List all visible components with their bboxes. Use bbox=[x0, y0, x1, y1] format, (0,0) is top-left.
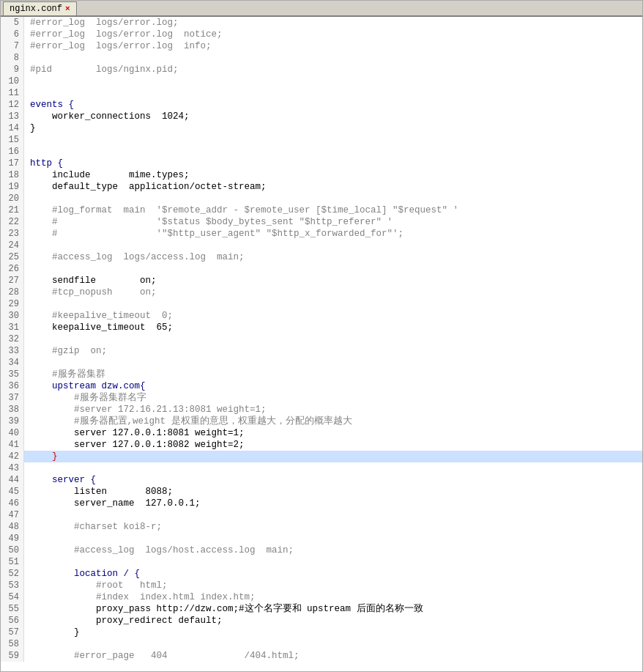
line-row: 47 bbox=[1, 509, 642, 521]
line-row: 46 server_name 127.0.0.1; bbox=[1, 498, 642, 509]
line-content bbox=[24, 638, 30, 650]
line-content: #服务器配置,weight 是权重的意思，权重越大，分配的概率越大 bbox=[24, 416, 352, 427]
line-row: 44 server { bbox=[1, 474, 642, 486]
line-number: 27 bbox=[1, 275, 24, 287]
line-content: #access_log logs/access.log main; bbox=[24, 251, 245, 263]
line-row: 42 } bbox=[1, 451, 642, 462]
tab-close-button[interactable]: × bbox=[65, 4, 70, 13]
line-content: proxy_redirect default; bbox=[24, 615, 223, 627]
line-row: 22 # '$status $body_bytes_sent "$http_re… bbox=[1, 216, 642, 228]
line-row: 59 #error_page 404 /404.html; bbox=[1, 650, 642, 662]
line-row: 32 bbox=[1, 333, 642, 345]
line-number: 47 bbox=[1, 509, 24, 521]
line-content: #pid logs/nginx.pid; bbox=[24, 64, 179, 75]
line-row: 35 #服务器集群 bbox=[1, 369, 642, 380]
line-row: 50 #access_log logs/host.access.log main… bbox=[1, 544, 642, 556]
line-content: # '$status $body_bytes_sent "$http_refer… bbox=[24, 216, 393, 228]
line-number: 37 bbox=[1, 392, 24, 404]
line-row: 21 #log_format main '$remote_addr - $rem… bbox=[1, 204, 642, 216]
line-row: 16 bbox=[1, 146, 642, 158]
line-content bbox=[24, 533, 30, 544]
line-content: server { bbox=[24, 474, 96, 486]
line-content: location / { bbox=[24, 568, 140, 580]
line-row: 52 location / { bbox=[1, 568, 642, 580]
line-number: 29 bbox=[1, 298, 24, 310]
line-row: 40 server 127.0.0.1:8081 weight=1; bbox=[1, 427, 642, 439]
line-number: 14 bbox=[1, 122, 24, 134]
line-row: 45 listen 8088; bbox=[1, 486, 642, 498]
line-number: 5 bbox=[1, 17, 24, 29]
line-content: #error_log logs/error.log; bbox=[24, 17, 179, 29]
line-row: 17http { bbox=[1, 158, 642, 169]
file-tab[interactable]: nginx.conf × bbox=[3, 1, 77, 15]
line-content: #root html; bbox=[24, 580, 168, 591]
line-number: 7 bbox=[1, 40, 24, 52]
line-number: 32 bbox=[1, 333, 24, 345]
line-content: #tcp_nopush on; bbox=[24, 287, 157, 298]
line-content: worker_connections 1024; bbox=[24, 111, 190, 122]
line-number: 45 bbox=[1, 486, 24, 498]
line-content: listen 8088; bbox=[24, 486, 173, 498]
line-content: proxy_pass http://dzw.com;#这个名字要和 upstre… bbox=[24, 603, 423, 615]
line-content: sendfile on; bbox=[24, 275, 157, 287]
line-row: 15 bbox=[1, 134, 642, 146]
line-row: 56 proxy_redirect default; bbox=[1, 615, 642, 627]
line-content: http { bbox=[24, 158, 63, 169]
line-number: 19 bbox=[1, 181, 24, 193]
line-row: 23 # '"$http_user_agent" "$http_x_forwar… bbox=[1, 228, 642, 240]
line-number: 13 bbox=[1, 111, 24, 122]
line-row: 29 bbox=[1, 298, 642, 310]
line-row: 5#error_log logs/error.log; bbox=[1, 17, 642, 29]
line-number: 30 bbox=[1, 310, 24, 322]
line-number: 51 bbox=[1, 556, 24, 568]
line-number: 52 bbox=[1, 568, 24, 580]
line-row: 24 bbox=[1, 240, 642, 251]
line-number: 42 bbox=[1, 451, 24, 462]
line-content: #服务器集群名字 bbox=[24, 392, 146, 404]
line-content: include mime.types; bbox=[24, 169, 190, 181]
line-number: 44 bbox=[1, 474, 24, 486]
line-number: 43 bbox=[1, 462, 24, 474]
line-number: 55 bbox=[1, 603, 24, 615]
line-number: 53 bbox=[1, 580, 24, 591]
line-row: 18 include mime.types; bbox=[1, 169, 642, 181]
line-content: default_type application/octet-stream; bbox=[24, 181, 267, 193]
code-editor[interactable]: 5#error_log logs/error.log;6#error_log l… bbox=[1, 17, 642, 662]
line-row: 58 bbox=[1, 638, 642, 650]
line-content: #server 172.16.21.13:8081 weight=1; bbox=[24, 404, 267, 416]
line-content: server 127.0.0.1:8082 weight=2; bbox=[24, 439, 245, 451]
line-number: 25 bbox=[1, 251, 24, 263]
line-number: 34 bbox=[1, 357, 24, 369]
line-content bbox=[24, 509, 30, 521]
line-content: upstream dzw.com{ bbox=[24, 380, 146, 392]
line-number: 15 bbox=[1, 134, 24, 146]
line-number: 22 bbox=[1, 216, 24, 228]
line-number: 17 bbox=[1, 158, 24, 169]
line-row: 31 keepalive_timeout 65; bbox=[1, 322, 642, 333]
line-content: server 127.0.0.1:8081 weight=1; bbox=[24, 427, 245, 439]
line-number: 41 bbox=[1, 439, 24, 451]
line-number: 10 bbox=[1, 75, 24, 87]
line-number: 50 bbox=[1, 544, 24, 556]
line-number: 20 bbox=[1, 193, 24, 204]
line-row: 8 bbox=[1, 52, 642, 64]
line-content: # '"$http_user_agent" "$http_x_forwarded… bbox=[24, 228, 404, 240]
line-content: keepalive_timeout 65; bbox=[24, 322, 173, 333]
line-content: } bbox=[24, 122, 36, 134]
line-content: #error_log logs/error.log notice; bbox=[24, 29, 223, 40]
line-number: 16 bbox=[1, 146, 24, 158]
line-row: 57 } bbox=[1, 627, 642, 638]
line-number: 28 bbox=[1, 287, 24, 298]
line-number: 12 bbox=[1, 99, 24, 111]
line-content: #index index.html index.htm; bbox=[24, 591, 256, 603]
line-content bbox=[24, 193, 30, 204]
line-number: 11 bbox=[1, 87, 24, 99]
line-number: 38 bbox=[1, 404, 24, 416]
line-row: 33 #gzip on; bbox=[1, 345, 642, 357]
line-row: 7#error_log logs/error.log info; bbox=[1, 40, 642, 52]
line-number: 40 bbox=[1, 427, 24, 439]
editor-window: nginx.conf × 5#error_log logs/error.log;… bbox=[0, 0, 643, 672]
line-content bbox=[24, 263, 30, 275]
line-row: 48 #charset koi8-r; bbox=[1, 521, 642, 533]
line-number: 35 bbox=[1, 369, 24, 380]
